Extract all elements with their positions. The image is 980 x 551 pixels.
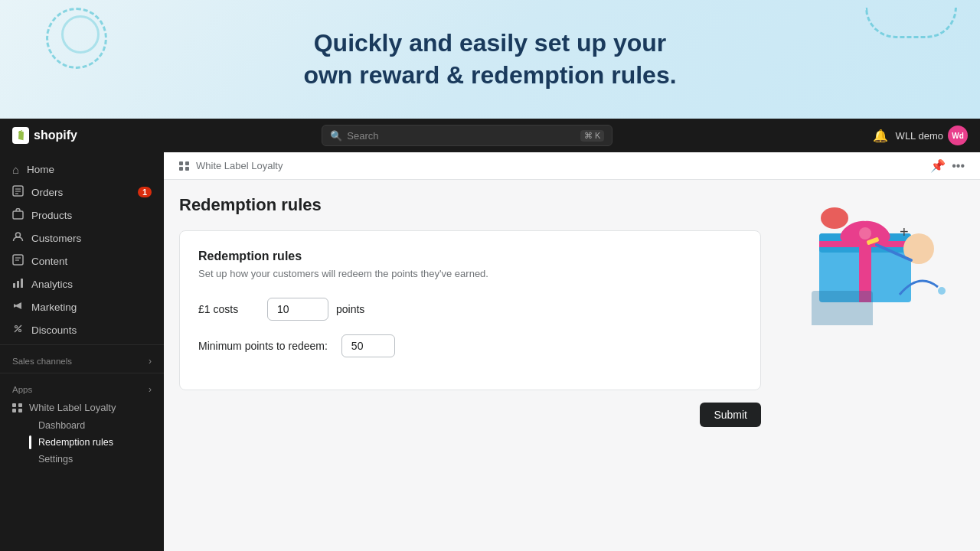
illustration: + bbox=[758, 157, 972, 325]
sidebar-item-dashboard[interactable]: Dashboard bbox=[0, 417, 164, 434]
sidebar-item-products[interactable]: Products bbox=[0, 204, 164, 227]
svg-rect-9 bbox=[13, 283, 15, 288]
topbar-right: 🔔 WLL demo Wd bbox=[873, 126, 968, 145]
sidebar-item-settings[interactable]: Settings bbox=[0, 451, 164, 468]
svg-rect-28 bbox=[812, 291, 873, 325]
points-unit-label: points bbox=[336, 303, 364, 315]
orders-badge: 1 bbox=[138, 187, 152, 197]
products-icon bbox=[12, 208, 24, 222]
user-name: WLL demo bbox=[896, 130, 943, 142]
sales-channels-section[interactable]: Sales channels › bbox=[0, 348, 164, 370]
sidebar-item-label: Home bbox=[27, 164, 54, 175]
svg-point-12 bbox=[15, 326, 18, 328]
marketing-icon bbox=[12, 300, 24, 314]
pound-costs-label: £1 costs bbox=[198, 303, 260, 315]
svg-text:+: + bbox=[900, 223, 909, 240]
bell-icon[interactable]: 🔔 bbox=[873, 129, 888, 143]
sidebar-item-customers[interactable]: Customers bbox=[0, 227, 164, 249]
svg-point-27 bbox=[938, 287, 946, 295]
search-placeholder: Search bbox=[347, 130, 378, 142]
pound-costs-row: £1 costs points bbox=[198, 298, 742, 321]
shopify-bag-icon bbox=[12, 127, 29, 144]
customers-icon bbox=[12, 231, 24, 245]
avatar: Wd bbox=[948, 126, 968, 145]
svg-point-21 bbox=[859, 227, 871, 240]
search-bar[interactable]: 🔍 Search ⌘ K bbox=[322, 125, 612, 146]
sidebar-item-label: Orders bbox=[31, 187, 63, 198]
search-shortcut: ⌘ K bbox=[580, 130, 604, 142]
promo-banner-top: Quickly and easily set up your own rewar… bbox=[0, 0, 980, 119]
sidebar-item-label: Analytics bbox=[31, 279, 73, 290]
main-content: White Label Loyalty 📌 ••• Redemption rul… bbox=[164, 119, 980, 551]
search-icon: 🔍 bbox=[330, 130, 342, 142]
sidebar-item-analytics[interactable]: Analytics bbox=[0, 272, 164, 295]
sales-channels-label: Sales channels bbox=[12, 357, 72, 366]
brand-name: shopify bbox=[34, 129, 77, 142]
sidebar-item-label: Marketing bbox=[31, 302, 77, 313]
pound-costs-input[interactable] bbox=[267, 298, 328, 321]
shopify-logo: shopify bbox=[12, 127, 77, 144]
min-points-label: Minimum points to redeem: bbox=[198, 340, 328, 352]
orders-icon bbox=[12, 185, 24, 199]
wll-sub-items: Dashboard Redemption rules Settings bbox=[0, 417, 164, 468]
min-points-row: Minimum points to redeem: bbox=[198, 334, 742, 357]
card-title: Redemption rules bbox=[198, 249, 742, 263]
sidebar-item-discounts[interactable]: Discounts bbox=[0, 318, 164, 341]
user-badge[interactable]: WLL demo Wd bbox=[896, 126, 968, 145]
svg-point-5 bbox=[16, 233, 21, 237]
submit-button[interactable]: Submit bbox=[700, 403, 761, 427]
home-icon: ⌂ bbox=[12, 163, 19, 176]
sidebar-item-home[interactable]: ⌂ Home bbox=[0, 158, 164, 181]
chevron-right-icon: › bbox=[149, 384, 152, 395]
apps-label: Apps bbox=[12, 385, 32, 394]
app-breadcrumb-icon bbox=[179, 161, 190, 171]
svg-point-22 bbox=[821, 207, 848, 229]
sidebar-item-label: Products bbox=[31, 210, 72, 221]
analytics-icon bbox=[12, 277, 24, 291]
discounts-icon bbox=[12, 323, 24, 337]
sidebar-item-marketing[interactable]: Marketing bbox=[0, 295, 164, 318]
content-icon bbox=[12, 254, 24, 268]
min-points-input[interactable] bbox=[341, 334, 395, 357]
svg-point-13 bbox=[19, 330, 21, 332]
svg-rect-10 bbox=[17, 281, 19, 288]
sidebar-item-redemption-rules[interactable]: Redemption rules bbox=[0, 434, 164, 451]
sidebar-item-label: Content bbox=[31, 256, 67, 267]
svg-rect-4 bbox=[13, 211, 23, 219]
sidebar-item-label: Discounts bbox=[31, 324, 77, 336]
redemption-rules-card: Redemption rules Set up how your custome… bbox=[179, 230, 761, 390]
app-grid-icon bbox=[12, 403, 23, 412]
card-description: Set up how your customers will redeem th… bbox=[198, 268, 742, 279]
sidebar-item-label: Customers bbox=[31, 233, 81, 244]
shopify-shell: ⌂ Home Orders 1 bbox=[0, 119, 980, 551]
sidebar-item-content[interactable]: Content bbox=[0, 249, 164, 272]
svg-rect-18 bbox=[819, 241, 911, 247]
promo-headline: Quickly and easily set up your own rewar… bbox=[303, 28, 676, 91]
svg-rect-11 bbox=[21, 279, 23, 288]
breadcrumb-app-name: White Label Loyalty bbox=[196, 160, 283, 171]
deco-curve bbox=[865, 8, 957, 38]
sidebar-nav: ⌂ Home Orders 1 bbox=[0, 152, 164, 474]
chevron-right-icon: › bbox=[149, 356, 152, 367]
topbar: shopify 🔍 Search ⌘ K 🔔 WLL demo Wd bbox=[0, 119, 980, 152]
sidebar: ⌂ Home Orders 1 bbox=[0, 119, 164, 551]
sidebar-item-orders[interactable]: Orders 1 bbox=[0, 181, 164, 204]
apps-section-label: Apps › bbox=[0, 377, 164, 398]
deco-circle-2 bbox=[61, 15, 100, 54]
app-name-label: White Label Loyalty bbox=[29, 402, 116, 413]
sidebar-item-white-label-loyalty[interactable]: White Label Loyalty bbox=[0, 398, 164, 417]
